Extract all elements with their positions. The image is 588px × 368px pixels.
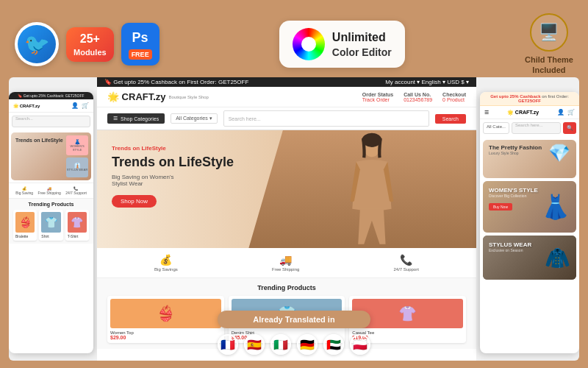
- mob-left-features: 💰 Big Saving 🚚 Free Shipping 📞 24/7 Supp…: [9, 183, 93, 199]
- hero-title: Trends on LifeStyle: [112, 155, 234, 171]
- mob-left-logo: 🌟 CRAFT.zy: [13, 103, 40, 108]
- color-editor-line1: Unlimited: [332, 30, 392, 46]
- mob-left-hero: Trends on LifeStyle 👗 WOMEN'S STYLE 👔 ST…: [11, 132, 91, 180]
- mob-right-all-categories[interactable]: All Cate...: [483, 122, 509, 134]
- hero-text: Trends on LifeStyle Trends on LifeStyle …: [112, 145, 234, 208]
- badge-group-left: 🐦 25+ Modules Ps FREE: [15, 22, 159, 66]
- checkout-nav: Checkout 0 Product: [442, 92, 466, 102]
- savings-icon: 💰: [154, 254, 178, 266]
- mob-left-search-box[interactable]: Search...: [12, 116, 90, 127]
- mob-left-header: 🌟 CRAFT.zy 👤 🛒: [9, 99, 93, 113]
- ps-logo: Ps: [129, 29, 152, 47]
- mob-left-announcement: 🔖 Get upto 25% Cashback: GET25OFF: [9, 92, 93, 99]
- badges-row: 🐦 25+ Modules Ps FREE Unlimited Color Ed…: [15, 13, 573, 76]
- mob-right-search-input[interactable]: Search here...: [512, 122, 561, 134]
- ps-badge: Ps FREE: [121, 23, 159, 66]
- mob-right-stylus-section: 🧥 STYLUS WEAR Exclusive on Season: [483, 236, 576, 280]
- product-price-1: $29.00: [110, 335, 221, 340]
- puffin-badge: 🐦: [15, 22, 59, 66]
- flag-italy: 🇮🇹: [270, 334, 291, 355]
- mob-right-search-row: All Cate... Search here... 🔍: [480, 119, 579, 137]
- mob-prod-img-1: 👙: [15, 212, 35, 233]
- mob-right-announcement: Get upto 25% Cashback on first Order: GE…: [480, 92, 579, 106]
- search-bar: Search here...: [223, 110, 429, 127]
- mob-left-search: Search...: [9, 113, 93, 130]
- feature-savings: 💰 Big Savings: [154, 254, 178, 272]
- mob-prod-name-1: Bralette: [15, 234, 35, 238]
- mob-right-womens-text: WOMEN'S STYLE Discover Big Collection Bu…: [489, 187, 538, 211]
- trending-title: Trending Products: [107, 284, 466, 291]
- flag-uae: 🇦🇪: [323, 334, 344, 355]
- color-editor-badge: Unlimited Color Editor: [279, 21, 405, 68]
- mob-right-womens-section: 👗 WOMEN'S STYLE Discover Big Collection …: [483, 181, 576, 233]
- mob-left-products-grid: 👙 Bralette 👕 Shirt 👚 T-Shirt: [13, 210, 89, 241]
- features-strip: 💰 Big Savings 🚚 Free Shipping 📞 24/7 Sup…: [97, 248, 476, 278]
- call-us-nav: Call Us No. 0123456789: [404, 92, 432, 102]
- all-categories-select[interactable]: All Categories ▾: [171, 113, 218, 124]
- mob-feature-support: 📞 24/7 Support: [65, 186, 87, 195]
- child-theme-label: Child Theme Included: [525, 54, 573, 76]
- announcement-right: My account ▾ English ▾ USD $ ▾: [385, 79, 469, 85]
- feature-support-label: 24/7 Support: [394, 267, 419, 272]
- mob-right-stylus-text: STYLUS WEAR Exclusive on Season: [489, 241, 531, 252]
- mob-left-product-card-3: 👚 T-Shirt: [65, 210, 89, 241]
- mob-left-product-card-2: 👕 Shirt: [39, 210, 62, 241]
- announcement-text: 🔖 Get upto 25% Cashback on First Order: …: [104, 79, 248, 85]
- mobile-mockup-right: Get upto 25% Cashback on first Order: GE…: [480, 92, 579, 353]
- header-nav: Order Status Track Order Call Us No. 012…: [362, 92, 466, 102]
- cart-icon: 🛒: [82, 102, 89, 109]
- mob-left-icons: 👤 🛒: [71, 102, 89, 109]
- mob-left-product-2: 👔 STYLUS WEAR: [66, 158, 88, 177]
- mob-right-cart-icon: 🛒: [567, 109, 575, 116]
- translated-overlay: Already Translated in 🇫🇷 🇪🇸 🇮🇹 🇩🇪 🇦🇪 🇵🇱: [218, 311, 370, 355]
- woman-figure-svg: [268, 130, 476, 248]
- site-logo-sub: Boutique Style Shop: [169, 95, 209, 99]
- mob-prod-name-2: Shirt: [41, 234, 60, 238]
- mob-right-fashion-section: The Pretty Fashion Luxury Style Shop 💎: [483, 140, 576, 178]
- hero-cta-button[interactable]: Shop Now: [112, 195, 157, 208]
- mob-left-trending: Trending Products 👙 Bralette 👕 Shirt 👚 T…: [9, 199, 93, 244]
- mob-left-trending-title: Trending Products: [13, 202, 89, 207]
- feature-shipping-label: Free Shipping: [272, 267, 299, 272]
- site-header: 🌟 CRAFT.zy Boutique Style Shop Order Sta…: [97, 87, 476, 107]
- mob-left-product-1: 👗 WOMEN'S STYLE: [66, 135, 88, 155]
- mob-right-user-icon: 👤: [557, 109, 564, 116]
- feature-shipping: 🚚 Free Shipping: [272, 254, 299, 272]
- shipping-icon: 🚚: [272, 254, 299, 266]
- modules-badge: 25+ Modules: [66, 27, 114, 62]
- color-editor-text: Unlimited Color Editor: [332, 30, 392, 59]
- hero-banner: Trends on LifeStyle Trends on LifeStyle …: [97, 130, 476, 248]
- child-theme-badge: 🖥️ Child Theme Included: [525, 13, 573, 76]
- mobile-mockup-left: 🔖 Get upto 25% Cashback: GET25OFF 🌟 CRAF…: [9, 92, 93, 353]
- hero-subtitle: Big Saving on Women's Stylist Wear: [112, 174, 234, 187]
- mob-left-hero-text: Trends on LifeStyle: [15, 137, 63, 144]
- translated-badge: Already Translated in: [218, 311, 370, 328]
- shop-categories-button[interactable]: ☰ Shop Categories: [107, 113, 165, 124]
- search-button[interactable]: Search: [435, 114, 466, 124]
- ps-free-label: FREE: [129, 49, 152, 60]
- support-icon: 📞: [394, 254, 419, 266]
- order-status-nav: Order Status Track Order: [362, 92, 393, 102]
- mob-right-header: ☰ 🌟 CRAFT.zy 👤 🛒: [480, 106, 579, 119]
- mob-right-menu-icon: ☰: [484, 110, 489, 116]
- flag-spain: 🇪🇸: [244, 334, 265, 355]
- mob-feature-shipping: 🚚 Free Shipping: [38, 186, 61, 195]
- mob-right-womens-btn[interactable]: Buy Now: [489, 203, 512, 210]
- mob-feature-savings: 💰 Big Saving: [15, 186, 33, 195]
- product-card-1: 👙 Women Top $29.00: [107, 296, 224, 343]
- feature-support: 📞 24/7 Support: [394, 254, 419, 272]
- menu-icon: ☰: [113, 116, 118, 121]
- user-icon: 👤: [71, 102, 79, 109]
- child-theme-icon: 🖥️: [530, 13, 568, 52]
- mob-prod-img-2: 👕: [41, 212, 60, 233]
- search-placeholder: Search here...: [229, 116, 261, 121]
- mob-right-logo: 🌟 CRAFT.zy: [507, 110, 539, 116]
- hero-eyebrow: Trends on LifeStyle: [112, 145, 234, 152]
- color-editor-line2: Color Editor: [332, 46, 392, 59]
- flag-poland: 🇵🇱: [350, 334, 370, 355]
- announcement-bar: 🔖 Get upto 25% Cashback on First Order: …: [97, 77, 476, 87]
- modules-label: Modules: [74, 48, 107, 57]
- nav-bar: ☰ Shop Categories All Categories ▾ Searc…: [97, 107, 476, 130]
- mob-prod-img-3: 👚: [68, 212, 87, 233]
- mob-right-search-btn[interactable]: 🔍: [563, 122, 576, 134]
